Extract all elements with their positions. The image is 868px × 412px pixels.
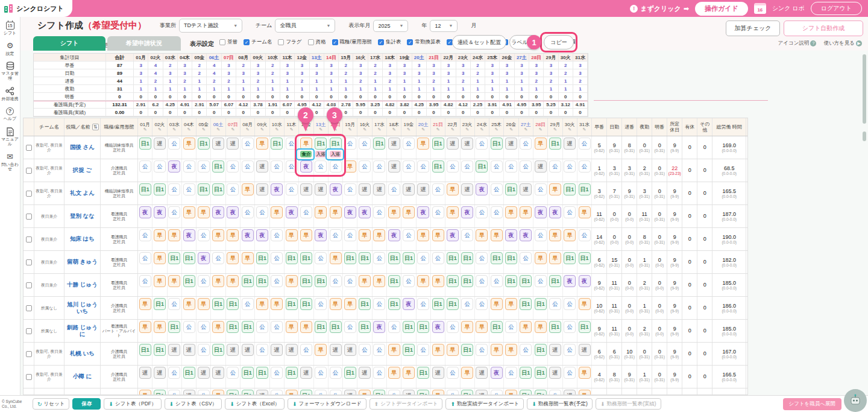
shift-cell[interactable]: 早	[417, 274, 431, 296]
shift-chip[interactable]: 早	[212, 275, 224, 287]
shift-cell[interactable]: 早	[373, 274, 387, 296]
edit-day-icon[interactable]: ✎	[158, 127, 162, 132]
shift-chip[interactable]: 公	[198, 160, 210, 173]
shift-chip[interactable]: 公	[476, 252, 488, 264]
shift-chip[interactable]: 早	[417, 275, 429, 287]
display-option-集計表[interactable]: ✓集計表	[378, 39, 401, 46]
shift-cell[interactable]: 遅	[577, 343, 592, 365]
shift-cell[interactable]: 遅	[461, 182, 475, 204]
shift-cell[interactable]: 日1	[138, 182, 153, 204]
shift-chip[interactable]: 早	[579, 390, 591, 395]
shift-chip[interactable]: 遅	[359, 367, 371, 379]
shift-cell[interactable]: 遅	[533, 159, 548, 182]
display-option-常勤換算表[interactable]: ✓常勤換算表	[407, 39, 441, 46]
shift-chip[interactable]: 日1	[461, 390, 473, 395]
shift-cell[interactable]: 日1	[255, 251, 269, 273]
shift-chip[interactable]: 早	[183, 298, 195, 310]
shift-chip[interactable]: 遅	[256, 160, 268, 173]
shift-chip[interactable]: 日1	[344, 252, 356, 264]
shift-chip[interactable]: 公	[491, 206, 503, 218]
shift-chip[interactable]: 公	[373, 252, 385, 264]
shift-chip[interactable]: 遅	[154, 367, 166, 379]
shift-chip[interactable]: 公	[183, 183, 195, 195]
shift-chip[interactable]: 遅	[461, 138, 473, 150]
shift-cell[interactable]: 遅	[299, 182, 313, 204]
shift-chip[interactable]: 日1	[183, 275, 195, 287]
edit-day-icon[interactable]: ✎	[553, 127, 557, 132]
shift-chip[interactable]: 遅	[461, 183, 473, 195]
shift-cell[interactable]: 公	[401, 136, 416, 159]
shift-chip[interactable]: 夜	[461, 206, 473, 218]
shift-cell[interactable]: 早	[211, 274, 225, 296]
shift-cell[interactable]: 日1	[461, 274, 475, 296]
shift-chip[interactable]: 日1	[256, 252, 268, 264]
row-checkbox[interactable]	[26, 168, 32, 174]
shift-cell[interactable]: 日1	[211, 159, 225, 182]
shift-chip[interactable]: 遅	[520, 183, 532, 195]
shift-chip[interactable]: 日1	[549, 138, 561, 150]
shift-cell[interactable]: 日1	[387, 251, 401, 273]
shift-chip[interactable]: 日1	[242, 367, 254, 379]
shift-chip[interactable]: 夜	[432, 321, 444, 333]
deploy-shift-button[interactable]: シフトを職員へ展開	[783, 398, 842, 410]
shift-cell[interactable]: 日1	[417, 320, 431, 342]
shift-chip[interactable]: 遅	[476, 367, 488, 379]
shift-cell[interactable]: 日1	[226, 388, 241, 395]
shift-cell[interactable]: 日1	[577, 182, 592, 204]
shift-chip[interactable]: 公	[535, 229, 547, 241]
display-option-並替[interactable]: 並替	[219, 39, 237, 46]
shift-cell[interactable]: 公	[343, 228, 357, 250]
shift-cell[interactable]: 公	[270, 366, 285, 388]
staff-name[interactable]: 札幌 いち	[64, 343, 101, 365]
shift-chip[interactable]: 遅	[403, 183, 415, 195]
shift-chip[interactable]: 日1	[403, 252, 415, 264]
shift-chip[interactable]: 公	[447, 321, 459, 333]
shift-chip[interactable]: 早	[549, 252, 561, 264]
edit-day-icon[interactable]: ✎	[583, 127, 587, 132]
shift-cell[interactable]: 早	[255, 297, 269, 319]
shift-chip[interactable]: 日1	[183, 367, 195, 379]
sort-icon[interactable]: ⇅	[92, 124, 99, 130]
shift-chip[interactable]: 日1	[505, 252, 517, 264]
shift-chip[interactable]: 公	[242, 138, 254, 150]
sidebar-item-3[interactable]: マスタ管理	[0, 61, 20, 80]
shift-cell[interactable]: 公	[533, 182, 548, 204]
shift-cell[interactable]: 公	[168, 388, 182, 395]
shift-chip[interactable]: 早	[183, 138, 195, 150]
shift-cell[interactable]: 日1	[241, 274, 255, 296]
shift-cell[interactable]: 公	[255, 320, 269, 342]
shift-chip[interactable]: 早	[388, 367, 400, 379]
shift-cell[interactable]: 日1	[445, 251, 460, 273]
shift-chip[interactable]: 日1	[403, 321, 415, 333]
shift-chip[interactable]: 夜	[154, 206, 166, 218]
shift-cell[interactable]: 公	[182, 159, 197, 182]
shift-cell[interactable]: 遅	[343, 343, 357, 365]
checkbox-icon[interactable]: ✓	[244, 39, 250, 45]
shift-cell[interactable]: 公	[329, 274, 343, 296]
shift-cell[interactable]: 日1	[241, 366, 255, 388]
shift-chip[interactable]: 日1	[154, 390, 166, 395]
shift-chip[interactable]: 公	[432, 252, 444, 264]
shift-cell[interactable]: 公	[197, 274, 211, 296]
row-checkbox[interactable]	[26, 191, 32, 197]
shift-cell[interactable]: 公	[519, 343, 533, 365]
shift-chip[interactable]: 早	[344, 298, 356, 310]
sidebar-item-6[interactable]: マニュアル	[0, 127, 20, 146]
shift-cell[interactable]: 日1	[226, 297, 241, 319]
shift-cell[interactable]: 早	[431, 343, 445, 365]
shift-cell[interactable]: 公	[431, 205, 445, 227]
shift-chip[interactable]: 日1	[549, 321, 561, 333]
display-option-資格[interactable]: 資格	[308, 39, 326, 46]
shift-cell[interactable]: 夜	[270, 182, 285, 204]
shift-cell[interactable]: 早	[138, 297, 153, 319]
shift-cell[interactable]: 公	[533, 274, 548, 296]
shift-cell[interactable]: 公	[548, 297, 562, 319]
shift-cell[interactable]: 早	[357, 388, 372, 395]
shift-cell[interactable]: 早	[431, 228, 445, 250]
staff-name[interactable]: 旭川 じゅういち	[64, 297, 101, 319]
shift-cell[interactable]: 公	[241, 205, 255, 227]
shift-cell[interactable]: 夜	[153, 205, 167, 227]
shift-cell[interactable]: 夜	[357, 205, 372, 227]
shift-cell[interactable]: 早	[401, 366, 416, 388]
operation-guide-button[interactable]: 操作ガイド	[695, 2, 748, 16]
